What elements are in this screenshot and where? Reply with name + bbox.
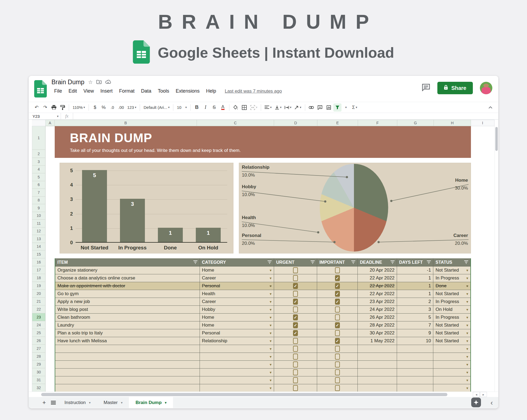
- cell-deadline[interactable]: 24 Apr 2022: [358, 306, 397, 313]
- table-header-urgent[interactable]: URGENT: [274, 258, 317, 266]
- scroll-right-button[interactable]: ▸: [480, 392, 487, 397]
- filter-icon[interactable]: [351, 260, 355, 265]
- cell-category-dropdown[interactable]: ▾: [200, 384, 274, 392]
- category-pie-chart[interactable]: Home30.0%Career20.0%Personal20.0%Health1…: [239, 163, 471, 253]
- cell-item[interactable]: Make an appointment with doctor: [55, 282, 200, 290]
- cell-status-dropdown[interactable]: Not Started▾: [433, 266, 470, 274]
- row-header-18[interactable]: 18: [32, 274, 45, 282]
- important-checkbox[interactable]: [335, 346, 340, 352]
- cell-category-dropdown[interactable]: Home▾: [200, 321, 274, 329]
- menu-item-data[interactable]: Data: [138, 87, 154, 95]
- cell-item[interactable]: Laundry: [55, 321, 200, 329]
- row-header-7[interactable]: 7: [32, 189, 45, 197]
- column-header-F[interactable]: F: [358, 120, 397, 126]
- important-checkbox[interactable]: [335, 267, 340, 273]
- important-checkbox[interactable]: [335, 330, 340, 336]
- row-header-26[interactable]: 26: [32, 337, 45, 345]
- column-header-D[interactable]: D: [274, 120, 317, 126]
- filter-icon[interactable]: [268, 260, 272, 265]
- cell-item[interactable]: [55, 361, 200, 368]
- table-header-days-left[interactable]: DAYS LEFT: [397, 258, 434, 266]
- strikethrough-button[interactable]: S: [210, 103, 218, 112]
- urgent-checkbox[interactable]: [293, 307, 298, 312]
- cell-status-dropdown[interactable]: In Progress▾: [433, 314, 470, 321]
- urgent-checkbox[interactable]: [293, 362, 298, 367]
- cell-status-dropdown[interactable]: ▾: [433, 353, 470, 360]
- cell-deadline[interactable]: [358, 376, 397, 384]
- row-header-1[interactable]: 1: [32, 126, 45, 150]
- menu-item-insert[interactable]: Insert: [98, 87, 115, 95]
- table-header-status[interactable]: STATUS: [433, 258, 470, 266]
- account-avatar[interactable]: [480, 82, 492, 94]
- cell-days-left[interactable]: 7: [397, 321, 434, 329]
- cell-category-dropdown[interactable]: Home▾: [200, 314, 274, 321]
- menu-item-extensions[interactable]: Extensions: [173, 87, 202, 95]
- important-checkbox[interactable]: [335, 377, 340, 383]
- urgent-checkbox[interactable]: [293, 291, 298, 297]
- font-size-select[interactable]: 10 ▾: [175, 103, 188, 112]
- cell-days-left[interactable]: 1: [397, 274, 434, 282]
- row-header-10[interactable]: 10: [32, 212, 45, 220]
- cell-days-left[interactable]: 1: [397, 282, 434, 290]
- name-box[interactable]: Y23▾: [29, 114, 61, 119]
- important-checkbox[interactable]: ✓: [335, 283, 340, 289]
- cell-category-dropdown[interactable]: Career▾: [200, 274, 274, 282]
- column-header-C[interactable]: C: [197, 120, 274, 126]
- horizontal-scrollbar-thumb[interactable]: [41, 393, 447, 396]
- document-title[interactable]: Brain Dump: [51, 79, 84, 86]
- paint-format-button[interactable]: [58, 103, 67, 112]
- cell-item[interactable]: Go to gym: [55, 290, 200, 298]
- cell-item[interactable]: [55, 345, 200, 353]
- important-checkbox[interactable]: [335, 369, 340, 375]
- cell-category-dropdown[interactable]: Health▾: [200, 290, 274, 298]
- cell-deadline[interactable]: [358, 345, 397, 353]
- move-folder-icon[interactable]: [96, 80, 102, 85]
- filter-views-arrow[interactable]: ▾: [342, 103, 350, 112]
- urgent-checkbox[interactable]: ✓: [293, 322, 298, 328]
- important-checkbox[interactable]: [335, 385, 340, 391]
- important-checkbox[interactable]: [335, 307, 340, 312]
- cell-deadline[interactable]: 1 May 2022: [358, 337, 397, 345]
- row-header-6[interactable]: 6: [32, 181, 45, 189]
- cell-category-dropdown[interactable]: Personal▾: [200, 329, 274, 337]
- bar-done[interactable]: 1: [158, 228, 183, 242]
- row-header-22[interactable]: 22: [32, 305, 45, 313]
- font-family-select[interactable]: Default (Ari... ▾: [142, 103, 171, 112]
- cell-status-dropdown[interactable]: Not Started▾: [433, 337, 470, 345]
- important-checkbox[interactable]: ✓: [335, 275, 340, 281]
- row-header-2[interactable]: 2: [32, 150, 45, 158]
- cell-days-left[interactable]: [397, 345, 434, 353]
- borders-button[interactable]: [240, 103, 248, 112]
- column-header-A[interactable]: A: [45, 120, 55, 126]
- cell-status-dropdown[interactable]: ▾: [433, 376, 470, 384]
- row-header-5[interactable]: 5: [32, 173, 45, 181]
- cell-status-dropdown[interactable]: Not Started▾: [433, 329, 470, 337]
- cell-item[interactable]: Organize stationery: [55, 266, 200, 274]
- menu-item-view[interactable]: View: [81, 87, 97, 95]
- row-header-3[interactable]: 3: [32, 158, 45, 166]
- cell-deadline[interactable]: 23 Apr 2022: [358, 298, 397, 305]
- cell-deadline[interactable]: [358, 353, 397, 360]
- tab-menu-arrow-icon[interactable]: ▾: [121, 401, 122, 405]
- bar-on-hold[interactable]: 1: [196, 228, 221, 242]
- text-wrap-button[interactable]: ▾: [283, 103, 293, 112]
- add-sheet-button[interactable]: +: [40, 398, 49, 407]
- cell-deadline[interactable]: 26 Apr 2022: [358, 314, 397, 321]
- cell-status-dropdown[interactable]: On Hold▾: [433, 306, 470, 313]
- cell-status-dropdown[interactable]: ▾: [433, 345, 470, 353]
- cell-item[interactable]: Clean bathroom: [55, 314, 200, 321]
- explore-button[interactable]: [471, 398, 481, 407]
- important-checkbox[interactable]: [335, 314, 340, 320]
- column-header-B[interactable]: B: [55, 120, 197, 126]
- row-header-19[interactable]: 19: [32, 282, 45, 290]
- menu-item-format[interactable]: Format: [116, 87, 137, 95]
- column-header-I[interactable]: I: [471, 120, 495, 126]
- table-header-deadline[interactable]: DEADLINE: [358, 258, 397, 266]
- urgent-checkbox[interactable]: ✓: [293, 283, 298, 289]
- select-all-corner[interactable]: [32, 120, 45, 126]
- cell-item[interactable]: Plan a solo trip to Italy: [55, 329, 200, 337]
- row-header-20[interactable]: 20: [32, 290, 45, 298]
- scroll-left-button[interactable]: ◂: [473, 392, 480, 397]
- redo-button[interactable]: ↷: [41, 103, 49, 112]
- row-header-13[interactable]: 13: [32, 235, 45, 243]
